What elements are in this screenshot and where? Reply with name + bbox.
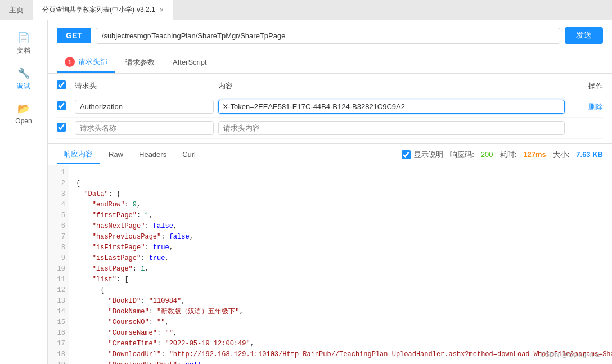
header-row-2 — [57, 118, 603, 139]
response-tab-raw[interactable]: Raw — [102, 147, 130, 162]
watermark: CSDN @Going_man — [540, 350, 603, 358]
response-tabs-bar: 响应内容 Raw Headers Curl 显示说明 响应码: 200 耗时: … — [48, 144, 612, 165]
debug-icon: 🔧 — [17, 67, 30, 79]
time-label: 耗时: — [500, 150, 517, 160]
time-value: 127ms — [523, 150, 546, 159]
send-button[interactable]: 发送 — [565, 27, 603, 44]
open-icon: 📂 — [17, 102, 30, 115]
response-tab-content[interactable]: 响应内容 — [57, 146, 100, 164]
size-label: 大小: — [553, 150, 570, 160]
tab-request-params[interactable]: 请求参数 — [118, 53, 163, 72]
response-tab-curl[interactable]: Curl — [176, 147, 202, 162]
sidebar-item-docs[interactable]: 📄 文档 — [0, 26, 47, 61]
tab-active-label: 分页查询共享教案列表(中小学)-v3.2.1 — [42, 5, 155, 15]
headers-table: 请求头 内容 操作 删除 — [48, 74, 612, 143]
request-tabs: 1 请求头部 请求参数 AfterScript — [48, 51, 612, 74]
code-content: { "Data": { "endRow": 9, "firstPage": 1,… — [69, 165, 612, 364]
header-row-1: 删除 — [57, 96, 603, 118]
tab-request-params-label: 请求参数 — [125, 57, 155, 68]
header-row-1-value[interactable] — [218, 100, 565, 114]
sidebar: 📄 文档 🔧 调试 📂 Open — [0, 20, 48, 364]
sidebar-item-debug[interactable]: 🔧 调试 — [0, 61, 47, 97]
status-label: 响应码: — [450, 150, 474, 160]
show-desc-checkbox[interactable] — [402, 150, 411, 159]
header-row-1-checkbox[interactable] — [57, 101, 66, 110]
response-section: 响应内容 Raw Headers Curl 显示说明 响应码: 200 耗时: … — [48, 143, 612, 364]
url-input[interactable] — [96, 28, 560, 44]
select-all-checkbox[interactable] — [57, 80, 66, 89]
sidebar-item-open[interactable]: 📂 Open — [0, 97, 47, 131]
size-value: 7.63 KB — [576, 150, 603, 159]
top-tabs-bar: 主页 分页查询共享教案列表(中小学)-v3.2.1 × — [0, 0, 612, 20]
tab-request-headers[interactable]: 1 请求头部 — [57, 52, 115, 73]
header-row-2-checkbox[interactable] — [57, 123, 66, 132]
line-numbers: 1234567891011121314151617181920 — [48, 165, 69, 364]
tab-request-headers-badge: 1 — [65, 57, 75, 67]
response-meta: 显示说明 响应码: 200 耗时: 127ms 大小: 7.63 KB — [402, 150, 603, 160]
tab-afterscript[interactable]: AfterScript — [165, 53, 215, 71]
sidebar-item-open-label: Open — [15, 117, 32, 125]
code-editor: 1234567891011121314151617181920 { "Data"… — [48, 165, 612, 364]
headers-col-header: 请求头 内容 操作 — [57, 78, 603, 96]
show-desc-label: 显示说明 — [414, 150, 443, 160]
tab-request-headers-label: 请求头部 — [78, 57, 107, 67]
tab-close-btn[interactable]: × — [160, 6, 164, 14]
docs-icon: 📄 — [17, 32, 30, 44]
method-badge: GET — [57, 28, 91, 43]
show-desc-toggle[interactable]: 显示说明 — [402, 150, 443, 160]
tab-home[interactable]: 主页 — [0, 0, 33, 20]
header-row-2-value[interactable] — [218, 121, 565, 135]
tab-afterscript-label: AfterScript — [173, 58, 207, 66]
sidebar-item-docs-label: 文档 — [17, 46, 30, 56]
request-bar: GET 发送 — [48, 20, 612, 51]
header-row-1-name[interactable] — [75, 100, 214, 114]
tab-active[interactable]: 分页查询共享教案列表(中小学)-v3.2.1 × — [33, 0, 173, 20]
header-row-1-delete[interactable]: 删除 — [588, 102, 603, 111]
response-tab-headers[interactable]: Headers — [132, 147, 173, 162]
status-value: 200 — [481, 150, 493, 159]
sidebar-item-debug-label: 调试 — [17, 82, 30, 91]
header-row-2-name[interactable] — [75, 121, 214, 135]
